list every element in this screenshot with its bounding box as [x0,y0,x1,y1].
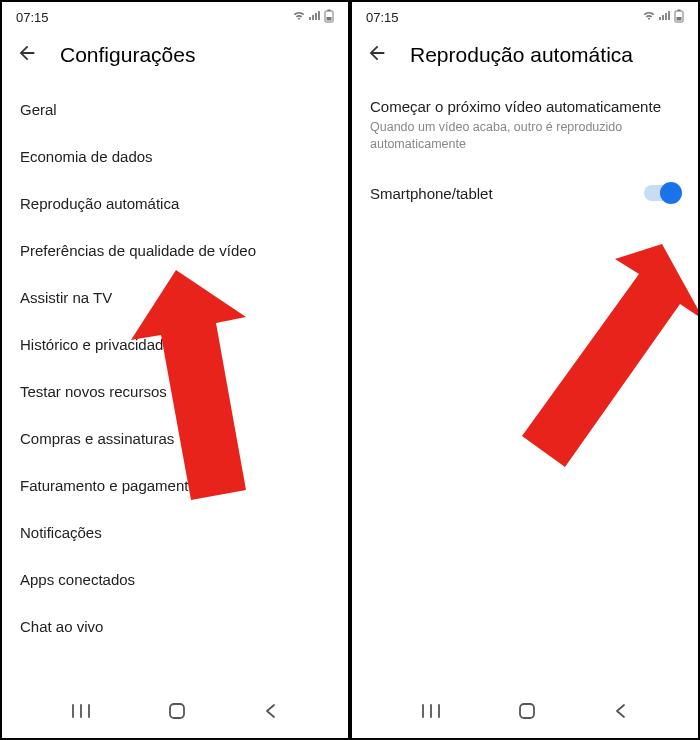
phone-autoplay: 07:15 Reprodução automática Começar o pr… [350,0,700,740]
svg-rect-2 [327,17,332,21]
back-arrow-icon[interactable] [366,42,388,68]
status-icons [292,9,334,25]
nav-back-icon[interactable] [613,703,629,719]
annotation-arrow-icon [507,224,698,474]
nav-home-icon[interactable] [518,702,536,720]
section-title: Começar o próximo vídeo automaticamente [352,86,698,117]
toggle-label: Smartphone/tablet [370,185,493,202]
settings-item-notifications[interactable]: Notificações [20,509,330,556]
settings-item-general[interactable]: Geral [20,86,330,133]
header: Configurações [2,28,348,86]
nav-recents-icon[interactable] [71,703,91,719]
settings-item-connected-apps[interactable]: Apps conectados [20,556,330,603]
signal-icon [309,11,321,23]
settings-item-live-chat[interactable]: Chat ao vivo [20,603,330,650]
svg-rect-5 [678,10,681,12]
wifi-icon [292,11,306,23]
settings-item-autoplay[interactable]: Reprodução automática [20,180,330,227]
page-title: Configurações [60,43,195,67]
section-subtitle: Quando um vídeo acaba, outro é reproduzi… [352,117,698,171]
svg-rect-1 [328,10,331,12]
settings-item-history-privacy[interactable]: Histórico e privacidade [20,321,330,368]
toggle-row-smartphone[interactable]: Smartphone/tablet [352,171,698,216]
back-arrow-icon[interactable] [16,42,38,68]
settings-item-video-quality[interactable]: Preferências de qualidade de vídeo [20,227,330,274]
status-bar: 07:15 [2,2,348,28]
wifi-icon [642,11,656,23]
svg-rect-7 [520,704,534,718]
settings-item-experimental[interactable]: Testar novos recursos [20,368,330,415]
phone-settings: 07:15 Configurações Geral Economia de da… [0,0,350,740]
settings-item-billing[interactable]: Faturamento e pagamentos [20,462,330,509]
settings-item-watch-tv[interactable]: Assistir na TV [20,274,330,321]
nav-bar [352,690,698,738]
settings-list: Geral Economia de dados Reprodução autom… [2,86,348,650]
nav-home-icon[interactable] [168,702,186,720]
page-title: Reprodução automática [410,43,633,67]
svg-rect-3 [170,704,184,718]
toggle-switch[interactable] [644,185,680,201]
settings-item-purchases[interactable]: Compras e assinaturas [20,415,330,462]
signal-icon [659,11,671,23]
nav-bar [2,690,348,738]
nav-back-icon[interactable] [263,703,279,719]
settings-content: Geral Economia de dados Reprodução autom… [2,86,348,690]
nav-recents-icon[interactable] [421,703,441,719]
header: Reprodução automática [352,28,698,86]
status-icons [642,9,684,25]
settings-item-data-saving[interactable]: Economia de dados [20,133,330,180]
svg-rect-6 [677,17,682,21]
status-time: 07:15 [16,10,49,25]
status-time: 07:15 [366,10,399,25]
status-bar: 07:15 [352,2,698,28]
battery-icon [674,9,684,25]
autoplay-content: Começar o próximo vídeo automaticamente … [352,86,698,690]
battery-icon [324,9,334,25]
toggle-knob [660,182,682,204]
